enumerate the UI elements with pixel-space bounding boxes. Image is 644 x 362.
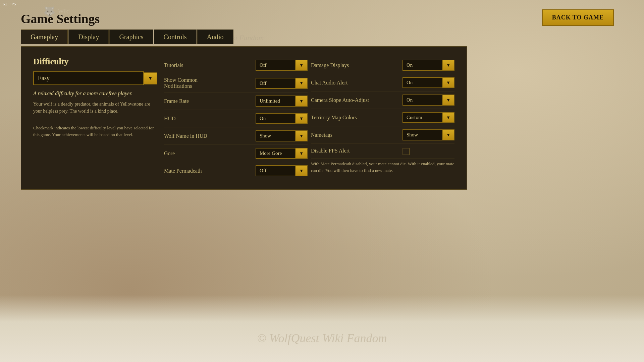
setting-chat-audio-alert: Chat Audio Alert On ▼ xyxy=(311,74,454,92)
disable-fps-alert-checkbox[interactable] xyxy=(402,148,410,155)
difficulty-description-main: A relaxed difficulty for a more carefree… xyxy=(33,90,157,97)
notifications-value[interactable]: Off xyxy=(256,78,295,89)
camera-slope-label: Camera Slope Auto-Adjust xyxy=(311,97,402,103)
settings-panel: Difficulty Easy ▼ A relaxed difficulty f… xyxy=(21,46,467,190)
setting-hud: HUD On ▼ xyxy=(164,110,308,127)
setting-wolf-name-hud: Wolf Name in HUD Show ▼ xyxy=(164,127,308,145)
notifications-control: Off ▼ xyxy=(256,78,308,89)
notifications-arrow[interactable]: ▼ xyxy=(295,78,308,89)
hud-arrow[interactable]: ▼ xyxy=(295,113,308,124)
territory-map-colors-value[interactable]: Custom xyxy=(402,112,442,123)
territory-map-colors-arrow[interactable]: ▼ xyxy=(442,112,454,123)
framerate-control: Unlimited ▼ xyxy=(256,96,308,107)
damage-displays-arrow[interactable]: ▼ xyxy=(442,60,454,71)
tab-graphics[interactable]: Graphics xyxy=(109,29,153,44)
wolf-name-hud-arrow[interactable]: ▼ xyxy=(295,130,308,141)
hud-control: On ▼ xyxy=(256,113,308,124)
difficulty-section: Difficulty Easy ▼ A relaxed difficulty f… xyxy=(33,57,157,179)
right-settings-column: Damage Displays On ▼ Chat Audio Alert On… xyxy=(311,57,454,179)
setting-disable-fps-alert: Disable FPS Alert xyxy=(311,144,454,159)
chat-audio-alert-control: On ▼ xyxy=(402,77,454,88)
tab-audio[interactable]: Audio xyxy=(197,29,233,44)
mate-permadeath-control: Off ▼ xyxy=(256,165,308,176)
setting-nametags: Nametags Show ▼ xyxy=(311,126,454,144)
difficulty-description-sub: Your wolf is a deadly predator, the anim… xyxy=(33,101,157,115)
setting-tutorials: Tutorials Off ▼ xyxy=(164,57,308,74)
territory-map-colors-label: Territory Map Colors xyxy=(311,115,402,121)
mate-permadeath-value[interactable]: Off xyxy=(256,165,295,176)
setting-gore: Gore More Gore ▼ xyxy=(164,145,308,162)
notifications-label: Show CommonNotifications xyxy=(164,77,256,89)
setting-framerate: Frame Rate Unlimited ▼ xyxy=(164,93,308,110)
mate-permadeath-arrow[interactable]: ▼ xyxy=(295,165,308,176)
setting-camera-slope: Camera Slope Auto-Adjust On ▼ xyxy=(311,92,454,109)
chat-audio-alert-value[interactable]: On xyxy=(402,77,442,88)
tabs-container: Gameplay Display Graphics Controls Audio xyxy=(21,29,233,44)
framerate-label: Frame Rate xyxy=(164,98,256,104)
fps-counter: 61 FPS xyxy=(3,2,16,6)
setting-mate-permadeath: Mate Permadeath Off ▼ xyxy=(164,162,308,179)
gore-label: Gore xyxy=(164,150,256,157)
permadeath-note-container: With Mate Permadeath disabled, your mate… xyxy=(311,159,454,176)
tab-controls[interactable]: Controls xyxy=(154,29,197,44)
nametags-control: Show ▼ xyxy=(402,129,454,140)
tutorials-control: Off ▼ xyxy=(256,60,308,71)
setting-damage-displays: Damage Displays On ▼ xyxy=(311,57,454,74)
camera-slope-value[interactable]: On xyxy=(402,95,442,106)
chat-audio-alert-label: Chat Audio Alert xyxy=(311,80,402,86)
tab-display[interactable]: Display xyxy=(68,29,109,44)
left-settings-column: Tutorials Off ▼ Show CommonNotifications… xyxy=(164,57,308,179)
nametags-arrow[interactable]: ▼ xyxy=(442,129,454,140)
difficulty-note: Checkmark indicates the lowest difficult… xyxy=(33,125,157,138)
mate-permadeath-label: Mate Permadeath xyxy=(164,168,256,174)
hud-label: HUD xyxy=(164,116,256,122)
gore-control: More Gore ▼ xyxy=(256,148,308,159)
damage-displays-control: On ▼ xyxy=(402,60,454,71)
framerate-arrow[interactable]: ▼ xyxy=(295,96,308,107)
setting-territory-map-colors: Territory Map Colors Custom ▼ xyxy=(311,109,454,126)
wiki-watermark-bottom: © WolfQuest Wiki Fandom xyxy=(257,331,387,345)
hud-value[interactable]: On xyxy=(256,113,295,124)
camera-slope-arrow[interactable]: ▼ xyxy=(442,95,454,106)
disable-fps-alert-label: Disable FPS Alert xyxy=(311,148,402,154)
tutorials-arrow[interactable]: ▼ xyxy=(295,60,308,71)
gore-value[interactable]: More Gore xyxy=(256,148,295,159)
wolf-name-hud-label: Wolf Name in HUD xyxy=(164,133,256,139)
wolf-name-hud-control: Show ▼ xyxy=(256,130,308,141)
page-title: Game Settings xyxy=(21,11,100,26)
framerate-value[interactable]: Unlimited xyxy=(256,96,295,107)
difficulty-dropdown[interactable]: Easy xyxy=(33,71,144,85)
setting-notifications: Show CommonNotifications Off ▼ xyxy=(164,74,308,93)
difficulty-title: Difficulty xyxy=(33,57,157,67)
nametags-value[interactable]: Show xyxy=(402,129,442,140)
tutorials-label: Tutorials xyxy=(164,62,256,68)
territory-map-colors-control: Custom ▼ xyxy=(402,112,454,123)
back-to-game-button[interactable]: BACK TO GAME xyxy=(542,9,614,26)
camera-slope-control: On ▼ xyxy=(402,95,454,106)
nametags-label: Nametags xyxy=(311,132,402,138)
snow-bottom xyxy=(0,295,644,362)
difficulty-dropdown-arrow[interactable]: ▼ xyxy=(144,72,157,84)
tab-gameplay[interactable]: Gameplay xyxy=(21,29,68,44)
chat-audio-alert-arrow[interactable]: ▼ xyxy=(442,77,454,88)
damage-displays-label: Damage Displays xyxy=(311,62,402,68)
gore-arrow[interactable]: ▼ xyxy=(295,148,308,159)
permadeath-note: With Mate Permadeath disabled, your mate… xyxy=(311,161,454,173)
difficulty-dropdown-wrapper: Easy ▼ xyxy=(33,71,157,85)
tutorials-value[interactable]: Off xyxy=(256,60,295,71)
damage-displays-value[interactable]: On xyxy=(402,60,442,71)
wolf-name-hud-value[interactable]: Show xyxy=(256,130,295,141)
settings-columns: Tutorials Off ▼ Show CommonNotifications… xyxy=(164,57,454,179)
